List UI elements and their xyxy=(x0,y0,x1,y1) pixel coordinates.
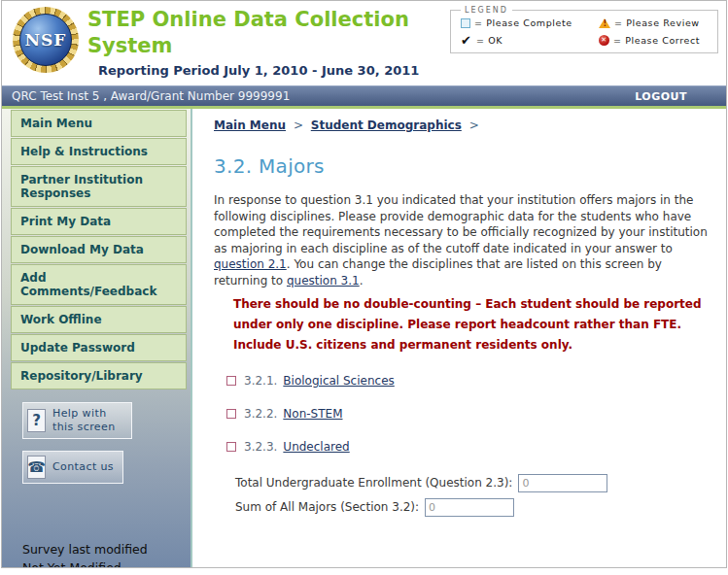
survey-modified-label: Survey last modified xyxy=(22,540,187,558)
majors-list: 3.2.1. Biological Sciences 3.2.2. Non-ST… xyxy=(226,374,713,454)
question-2-1-link[interactable]: question 2.1 xyxy=(214,257,287,271)
total-undergrad-enrollment-input[interactable] xyxy=(518,474,607,492)
main-content: Main Menu > Student Demographics > 3.2. … xyxy=(192,109,727,568)
breadcrumb: Main Menu > Student Demographics > xyxy=(214,118,713,132)
page-title: 3.2. Majors xyxy=(214,154,713,178)
check-icon: ✔ xyxy=(461,36,472,46)
header: NSF STEP Online Data Collection System R… xyxy=(2,1,726,85)
sum-of-all-majors-label: Sum of All Majors (Section 3.2): xyxy=(235,500,419,514)
institution-bar: QRC Test Inst 5 , Award/Grant Number 999… xyxy=(2,85,726,106)
totals-section: Total Undergraduate Enrollment (Question… xyxy=(235,473,713,517)
major-row-undeclared: 3.2.3. Undeclared xyxy=(226,440,713,454)
page: NSF STEP Online Data Collection System R… xyxy=(1,0,727,568)
sidebar-item-work-offline[interactable]: Work Offline xyxy=(11,306,187,333)
warning-triangle-icon xyxy=(599,18,610,28)
major-row-non-stem: 3.2.2. Non-STEM xyxy=(226,407,713,421)
intro-text: . xyxy=(360,274,364,288)
phone-icon: ☎ xyxy=(27,456,46,479)
app-title: STEP Online Data Collection System xyxy=(87,7,409,59)
app-title-line1: STEP Online Data Collection xyxy=(87,7,409,33)
error-circle-icon xyxy=(599,35,609,46)
legend-item-please-complete: = Please Complete xyxy=(461,17,599,28)
intro-paragraph: In response to question 3.1 you indicate… xyxy=(214,192,713,288)
total-undergrad-enrollment-row: Total Undergraduate Enrollment (Question… xyxy=(235,473,713,492)
legend-item-please-review: = Please Review xyxy=(599,17,710,28)
please-complete-status-icon xyxy=(226,409,236,419)
survey-last-modified: Survey last modified Not Yet Modified xyxy=(22,540,187,568)
reporting-period: Reporting Period July 1, 2010 - June 30,… xyxy=(98,63,419,78)
contact-us-label: Contact us xyxy=(52,460,114,474)
institution-label: QRC Test Inst 5 , Award/Grant Number 999… xyxy=(12,89,290,103)
legend: LEGEND = Please Complete = Please Review… xyxy=(450,6,718,53)
sidebar-item-main-menu[interactable]: Main Menu xyxy=(11,110,187,137)
intro-text: In response to question 3.1 you indicate… xyxy=(214,193,708,255)
app-title-line2: System xyxy=(87,33,409,59)
question-icon: ? xyxy=(27,409,46,432)
nsf-logo: NSF xyxy=(13,7,79,73)
major-row-biological-sciences: 3.2.1. Biological Sciences xyxy=(226,374,713,388)
total-undergrad-enrollment-label: Total Undergraduate Enrollment (Question… xyxy=(235,476,512,490)
major-number: 3.2.2. xyxy=(244,407,277,421)
major-number: 3.2.3. xyxy=(244,440,277,454)
legend-label: = OK xyxy=(476,35,503,46)
help-with-screen-label: Help with this screen xyxy=(52,407,122,434)
major-number: 3.2.1. xyxy=(244,374,277,388)
please-complete-status-icon xyxy=(226,376,236,386)
question-3-1-link[interactable]: question 3.1 xyxy=(287,274,360,288)
logout-link[interactable]: LOGOUT xyxy=(635,90,687,103)
legend-item-ok: ✔ = OK xyxy=(461,35,599,46)
help-with-screen-button[interactable]: ? Help with this screen xyxy=(22,402,132,439)
sidebar-item-partner-institution-responses[interactable]: Partner Institution Responses xyxy=(11,166,187,207)
sidebar-item-add-comments-feedback[interactable]: Add Comments/Feedback xyxy=(11,264,187,305)
breadcrumb-separator: > xyxy=(294,118,303,132)
breadcrumb-separator: > xyxy=(469,118,479,132)
sidebar: Main Menu Help & Instructions Partner In… xyxy=(2,109,192,568)
survey-modified-value: Not Yet Modified xyxy=(22,558,187,568)
legend-grid: = Please Complete = Please Review ✔ = OK… xyxy=(461,17,710,46)
biological-sciences-link[interactable]: Biological Sciences xyxy=(283,374,394,388)
legend-title: LEGEND xyxy=(461,6,512,15)
body: Main Menu Help & Instructions Partner In… xyxy=(2,109,726,568)
sidebar-menu: Main Menu Help & Instructions Partner In… xyxy=(11,110,187,389)
sidebar-item-help-instructions[interactable]: Help & Instructions xyxy=(11,138,187,165)
legend-label: = Please Correct xyxy=(613,35,700,46)
legend-item-please-correct: = Please Correct xyxy=(599,35,710,46)
sidebar-item-download-my-data[interactable]: Download My Data xyxy=(11,236,187,263)
legend-label: = Please Complete xyxy=(474,17,572,28)
nsf-logo-text: NSF xyxy=(25,30,67,50)
please-complete-square-icon xyxy=(461,18,470,28)
nsf-globe-icon: NSF xyxy=(19,14,72,66)
please-complete-status-icon xyxy=(226,442,236,452)
non-stem-link[interactable]: Non-STEM xyxy=(283,407,342,421)
sidebar-item-repository-library[interactable]: Repository/Library xyxy=(11,362,187,389)
sum-of-all-majors-input[interactable] xyxy=(425,498,514,517)
sum-of-all-majors-row: Sum of All Majors (Section 3.2): xyxy=(235,497,713,517)
breadcrumb-main-menu[interactable]: Main Menu xyxy=(214,118,286,132)
no-double-counting-warning: There should be no double-counting – Eac… xyxy=(233,294,702,355)
sidebar-item-update-password[interactable]: Update Password xyxy=(11,334,187,361)
breadcrumb-student-demographics[interactable]: Student Demographics xyxy=(311,118,462,132)
legend-label: = Please Review xyxy=(614,17,700,28)
contact-us-button[interactable]: ☎ Contact us xyxy=(22,451,123,484)
undeclared-link[interactable]: Undeclared xyxy=(283,440,349,454)
sidebar-item-print-my-data[interactable]: Print My Data xyxy=(11,208,187,235)
